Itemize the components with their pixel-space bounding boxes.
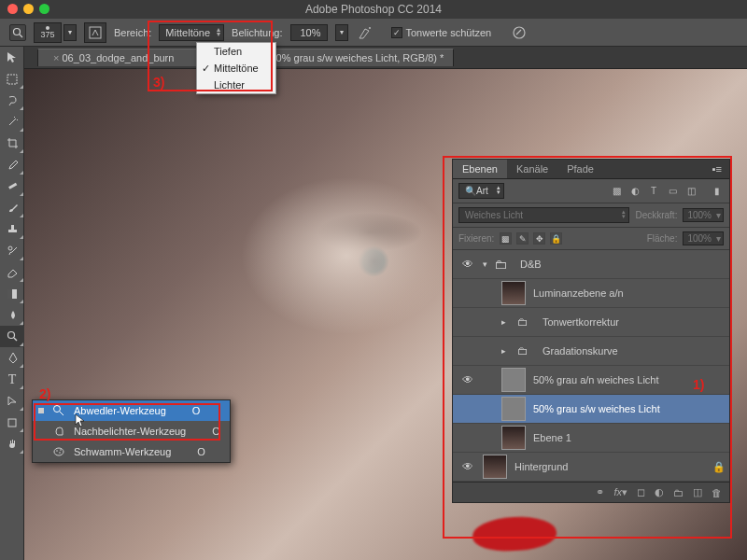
range-option-mitteltoene[interactable]: Mitteltöne xyxy=(197,60,275,77)
brush-panel-toggle-icon[interactable] xyxy=(84,22,106,43)
disclosure-icon[interactable]: ▸ xyxy=(501,317,511,327)
svg-point-15 xyxy=(54,448,63,455)
layer-thumb[interactable] xyxy=(501,281,526,305)
airbrush-toggle-icon[interactable] xyxy=(356,23,374,42)
protect-tones-checkbox[interactable]: ✓ xyxy=(391,27,402,38)
brush-preset-picker[interactable]: 375 xyxy=(34,22,62,43)
layer-luminanz[interactable]: Luminanzebene a/n xyxy=(453,279,729,308)
blend-mode-select[interactable]: Weiches Licht ▴▾ xyxy=(458,207,629,223)
tool-crop[interactable] xyxy=(0,133,24,154)
brush-preset-dropdown-icon[interactable]: ▾ xyxy=(63,24,77,41)
layer-thumb[interactable] xyxy=(501,426,526,450)
tool-stamp[interactable] xyxy=(0,218,24,240)
new-group-icon[interactable]: 🗀 xyxy=(673,487,684,498)
image-content xyxy=(472,515,557,553)
tool-pen[interactable] xyxy=(0,347,24,369)
layer-50grau-sw[interactable]: 50% grau s/w weiches Licht xyxy=(453,395,729,424)
layer-thumb[interactable] xyxy=(501,397,526,421)
layers-panel: Ebenen Kanäle Pfade ▪≡ 🔍Art ▴▾ ▩ ◐ T ▭ ◫… xyxy=(452,159,730,503)
tool-shape[interactable] xyxy=(0,412,24,433)
lock-pixels-icon[interactable]: ✎ xyxy=(516,232,529,245)
tab-pfade[interactable]: Pfade xyxy=(557,160,603,178)
document-tab-bar: × 06_03_dodge_and_burn 50% grau s/w weic… xyxy=(0,47,747,69)
filter-pixel-icon[interactable]: ▩ xyxy=(610,185,623,198)
range-option-tiefen[interactable]: Tiefen xyxy=(197,43,275,60)
tool-gradient[interactable] xyxy=(0,283,24,304)
lock-all-icon[interactable]: 🔒 xyxy=(550,232,562,245)
folder-icon: 🗀 xyxy=(511,339,535,363)
tab-ebenen[interactable]: Ebenen xyxy=(453,160,507,178)
layer-50grau-an[interactable]: 👁 50% grau a/n weiches Licht xyxy=(453,366,729,395)
folder-icon: 🗀 xyxy=(511,310,535,334)
burn-icon xyxy=(51,424,66,439)
exposure-dropdown-icon[interactable]: ▾ xyxy=(335,24,348,41)
svg-rect-6 xyxy=(8,183,17,189)
tool-path-select[interactable] xyxy=(0,390,24,412)
range-option-lichter[interactable]: Lichter xyxy=(197,77,275,93)
visibility-toggle-icon[interactable]: 👁 xyxy=(457,258,479,271)
layer-fx-icon[interactable]: fx▾ xyxy=(613,486,627,498)
lock-position-icon[interactable]: ✥ xyxy=(533,232,545,245)
tool-eyedropper[interactable] xyxy=(0,154,24,175)
select-arrows-icon: ▴▾ xyxy=(217,27,220,36)
filter-toggle-icon[interactable]: ▮ xyxy=(711,185,724,198)
tool-dodge[interactable] xyxy=(0,326,24,347)
options-bar: 375 ▾ Bereich: Mitteltöne ▴▾ Belichtung:… xyxy=(0,19,747,47)
layer-hintergrund[interactable]: 👁 Hintergrund 🔒 xyxy=(453,453,729,482)
opacity-input[interactable]: 100%▾ xyxy=(683,208,724,222)
tool-healing[interactable] xyxy=(0,175,24,197)
tool-wand[interactable] xyxy=(0,111,24,133)
window-zoom-icon[interactable] xyxy=(39,4,49,14)
svg-point-7 xyxy=(8,246,12,250)
filter-shape-icon[interactable]: ▭ xyxy=(666,185,679,198)
layer-group-tonwert[interactable]: ▸ 🗀 Tonwertkorrektur xyxy=(453,308,729,337)
adjustment-layer-icon[interactable]: ◐ xyxy=(655,486,664,498)
tool-hand[interactable] xyxy=(0,433,24,455)
svg-point-3 xyxy=(369,27,371,29)
visibility-toggle-icon[interactable]: 👁 xyxy=(457,460,479,473)
layer-ebene1[interactable]: Ebene 1 xyxy=(453,424,729,453)
layer-group-db[interactable]: 👁 ▾ 🗀 D&B xyxy=(453,250,729,279)
flyout-burn-tool[interactable]: Nachbelichter-Werkzeug O xyxy=(33,421,230,441)
flyout-sponge-tool[interactable]: Schwamm-Werkzeug O xyxy=(33,441,230,462)
tool-brush[interactable] xyxy=(0,197,24,218)
fill-input[interactable]: 100%▾ xyxy=(683,231,724,245)
svg-point-0 xyxy=(14,28,21,35)
tool-type[interactable]: T xyxy=(0,369,24,390)
flyout-dodge-tool[interactable]: Abwedler-Werkzeug O xyxy=(33,400,230,421)
exposure-label: Belichtung: xyxy=(232,27,282,38)
link-layers-icon[interactable]: ⚭ xyxy=(596,486,604,498)
tool-lasso[interactable] xyxy=(0,90,24,111)
app-title: Adobe Photoshop CC 2014 xyxy=(305,3,442,16)
tool-blur[interactable] xyxy=(0,304,24,326)
tool-marquee[interactable] xyxy=(0,68,24,90)
filter-type-icon[interactable]: T xyxy=(647,185,660,198)
filter-smart-icon[interactable]: ◫ xyxy=(684,185,698,198)
tablet-pressure-icon[interactable] xyxy=(510,23,529,42)
visibility-toggle-icon[interactable]: 👁 xyxy=(457,373,479,386)
tool-history-brush[interactable] xyxy=(0,240,24,261)
current-tool-icon[interactable] xyxy=(9,24,26,41)
folder-icon: 🗀 xyxy=(488,252,513,276)
close-icon[interactable]: × xyxy=(53,52,59,63)
window-close-icon[interactable] xyxy=(7,4,18,14)
tab-kanaele[interactable]: Kanäle xyxy=(507,160,557,178)
new-layer-icon[interactable]: ◫ xyxy=(693,486,702,498)
window-minimize-icon[interactable] xyxy=(23,4,34,14)
lock-transparency-icon[interactable]: ▩ xyxy=(500,232,512,245)
delete-layer-icon[interactable]: 🗑 xyxy=(712,487,722,498)
tool-move[interactable] xyxy=(0,47,24,68)
range-select[interactable]: Mitteltöne ▴▾ xyxy=(159,24,224,41)
layer-mask-icon[interactable]: ◻ xyxy=(637,486,645,498)
exposure-input[interactable]: 10% xyxy=(290,24,328,41)
disclosure-icon[interactable]: ▾ xyxy=(479,259,488,269)
tool-eraser[interactable] xyxy=(0,261,24,283)
layer-thumb[interactable] xyxy=(501,368,526,392)
layer-thumb[interactable] xyxy=(483,455,507,479)
panel-menu-icon[interactable]: ▪≡ xyxy=(705,160,729,178)
layer-group-gradation[interactable]: ▸ 🗀 Gradationskurve xyxy=(453,337,729,366)
filter-adjust-icon[interactable]: ◐ xyxy=(628,185,641,198)
disclosure-icon[interactable]: ▸ xyxy=(501,346,511,356)
layer-filter-select[interactable]: 🔍Art ▴▾ xyxy=(458,183,504,199)
layers-panel-footer: ⚭ fx▾ ◻ ◐ 🗀 ◫ 🗑 xyxy=(453,482,729,502)
